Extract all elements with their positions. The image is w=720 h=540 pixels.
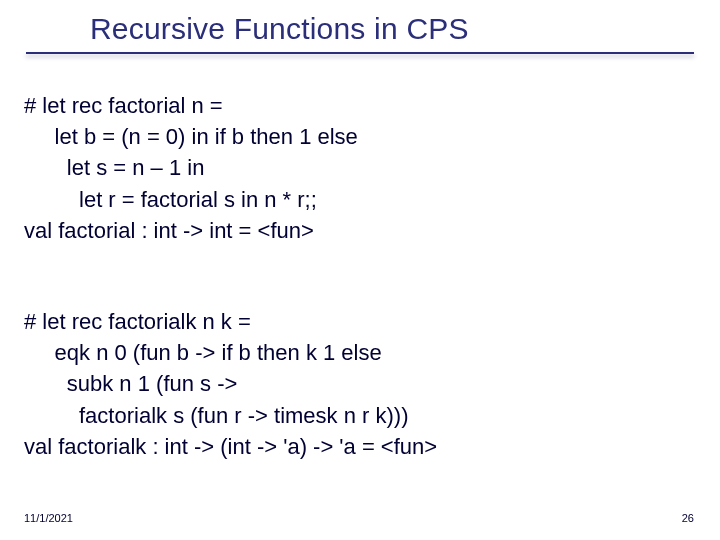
slide-title: Recursive Functions in CPS bbox=[0, 12, 720, 46]
title-underline bbox=[26, 52, 694, 54]
footer-page-number: 26 bbox=[682, 512, 694, 524]
title-zone: Recursive Functions in CPS bbox=[0, 12, 720, 54]
slide: Recursive Functions in CPS # let rec fac… bbox=[0, 0, 720, 540]
footer-date: 11/1/2021 bbox=[24, 512, 73, 524]
code-block-factorialk: # let rec factorialk n k = eqk n 0 (fun … bbox=[24, 306, 437, 462]
code-block-factorial: # let rec factorial n = let b = (n = 0) … bbox=[24, 90, 358, 246]
